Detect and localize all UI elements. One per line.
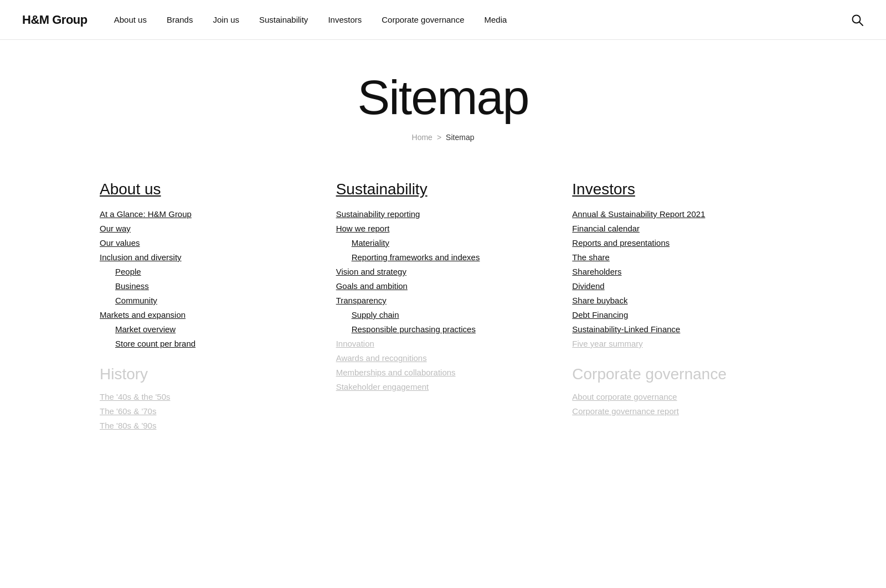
list-item: The '80s & '90s — [100, 421, 314, 431]
list-item: Transparency — [336, 296, 550, 306]
nav-about-us[interactable]: About us — [114, 15, 147, 24]
col-investors: Investors Annual & Sustainability Report… — [561, 180, 797, 435]
breadcrumb-home[interactable]: Home — [412, 133, 432, 142]
list-item: Five year summary — [572, 339, 786, 349]
link-sustainability-linked[interactable]: Sustainability-Linked Finance — [572, 324, 680, 334]
list-item: Annual & Sustainability Report 2021 — [572, 209, 786, 219]
link-reports-presentations[interactable]: Reports and presentations — [572, 238, 669, 247]
col-sustainability-title[interactable]: Sustainability — [336, 180, 550, 198]
link-how-we-report[interactable]: How we report — [336, 224, 390, 233]
list-item: Dividend — [572, 281, 786, 291]
link-share-buyback[interactable]: Share buyback — [572, 296, 627, 305]
link-five-year[interactable]: Five year summary — [572, 339, 643, 348]
list-item: Sustainability-Linked Finance — [572, 324, 786, 334]
link-community[interactable]: Community — [115, 296, 157, 305]
list-item: Share buyback — [572, 296, 786, 306]
nav-sustainability[interactable]: Sustainability — [259, 15, 308, 24]
link-store-count[interactable]: Store count per brand — [115, 339, 195, 348]
list-item: Responsible purchasing practices — [336, 324, 550, 334]
link-markets[interactable]: Markets and expansion — [100, 310, 186, 319]
link-our-values[interactable]: Our values — [100, 238, 140, 247]
link-people[interactable]: People — [115, 267, 141, 276]
list-item: Goals and ambition — [336, 281, 550, 291]
history-divider: History The '40s & the '50s The '60s & '… — [100, 365, 314, 431]
link-financial-calendar[interactable]: Financial calendar — [572, 224, 640, 233]
link-market-overview[interactable]: Market overview — [115, 324, 176, 334]
list-item: The '60s & '70s — [100, 406, 314, 416]
list-item: Community — [100, 296, 314, 306]
link-60s-70s[interactable]: The '60s & '70s — [100, 406, 156, 416]
list-item: Vision and strategy — [336, 267, 550, 277]
list-item: The share — [572, 252, 786, 262]
breadcrumb-separator: > — [437, 133, 441, 142]
list-item: Financial calendar — [572, 224, 786, 234]
link-materiality[interactable]: Materiality — [352, 238, 389, 247]
link-corp-gov-report[interactable]: Corporate governance report — [572, 406, 679, 416]
list-item: Reports and presentations — [572, 238, 786, 248]
list-item: Stakeholder engagement — [336, 382, 550, 392]
nav-investors[interactable]: Investors — [328, 15, 362, 24]
link-innovation[interactable]: Innovation — [336, 339, 374, 348]
list-item: People — [100, 267, 314, 277]
link-business[interactable]: Business — [115, 281, 149, 291]
corporate-gov-section: Corporate governance About corporate gov… — [572, 365, 786, 416]
link-goals-ambition[interactable]: Goals and ambition — [336, 281, 408, 291]
list-item: Shareholders — [572, 267, 786, 277]
list-item: Corporate governance report — [572, 406, 786, 416]
link-our-way[interactable]: Our way — [100, 224, 131, 233]
list-item: Debt Financing — [572, 310, 786, 320]
link-supply-chain[interactable]: Supply chain — [352, 310, 399, 319]
link-shareholders[interactable]: Shareholders — [572, 267, 621, 276]
link-memberships[interactable]: Memberships and collaborations — [336, 368, 456, 377]
link-80s-90s[interactable]: The '80s & '90s — [100, 421, 156, 430]
link-awards[interactable]: Awards and recognitions — [336, 353, 427, 363]
link-transparency[interactable]: Transparency — [336, 296, 387, 305]
list-item: Market overview — [100, 324, 314, 334]
nav-media[interactable]: Media — [485, 15, 507, 24]
col-about-us-title[interactable]: About us — [100, 180, 314, 198]
col-sustainability: Sustainability Sustainability reporting … — [325, 180, 562, 435]
sustainability-faded-list: Innovation Awards and recognitions Membe… — [336, 339, 550, 392]
list-item: Sustainability reporting — [336, 209, 550, 219]
list-item: At a Glance: H&M Group — [100, 209, 314, 219]
list-item: Our values — [100, 238, 314, 248]
list-item: The '40s & the '50s — [100, 392, 314, 402]
col-about-us: About us At a Glance: H&M Group Our way … — [89, 180, 325, 435]
nav-join-us[interactable]: Join us — [213, 15, 239, 24]
link-inclusion-diversity[interactable]: Inclusion and diversity — [100, 252, 182, 262]
link-vision-strategy[interactable]: Vision and strategy — [336, 267, 406, 276]
about-us-list: At a Glance: H&M Group Our way Our value… — [100, 209, 314, 349]
nav-brands[interactable]: Brands — [167, 15, 193, 24]
link-dividend[interactable]: Dividend — [572, 281, 604, 291]
list-item: Reporting frameworks and indexes — [336, 252, 550, 262]
link-sustainability-reporting[interactable]: Sustainability reporting — [336, 209, 420, 219]
link-the-share[interactable]: The share — [572, 252, 610, 262]
link-40s-50s[interactable]: The '40s & the '50s — [100, 392, 170, 401]
list-item: Innovation — [336, 339, 550, 349]
investors-list: Annual & Sustainability Report 2021 Fina… — [572, 209, 786, 334]
link-responsible-purchasing[interactable]: Responsible purchasing practices — [352, 324, 476, 334]
list-item: Materiality — [336, 238, 550, 248]
breadcrumb-current: Sitemap — [446, 133, 474, 142]
header: H&M Group About us Brands Join us Sustai… — [0, 0, 886, 40]
link-debt-financing[interactable]: Debt Financing — [572, 310, 628, 319]
list-item: Our way — [100, 224, 314, 234]
list-item: Store count per brand — [100, 339, 314, 349]
link-at-a-glance[interactable]: At a Glance: H&M Group — [100, 209, 192, 219]
search-icon — [851, 13, 864, 27]
link-stakeholder[interactable]: Stakeholder engagement — [336, 382, 429, 391]
history-title: History — [100, 365, 314, 383]
col-investors-title[interactable]: Investors — [572, 180, 786, 198]
list-item: Markets and expansion — [100, 310, 314, 320]
site-logo[interactable]: H&M Group — [22, 13, 87, 27]
list-item: Awards and recognitions — [336, 353, 550, 363]
list-item: How we report — [336, 224, 550, 234]
search-button[interactable] — [851, 13, 864, 27]
link-about-corp-gov[interactable]: About corporate governance — [572, 392, 677, 401]
list-item: Inclusion and diversity — [100, 252, 314, 262]
nav-corporate-governance[interactable]: Corporate governance — [382, 15, 464, 24]
sustainability-list: Sustainability reporting How we report M… — [336, 209, 550, 334]
link-reporting-frameworks[interactable]: Reporting frameworks and indexes — [352, 252, 480, 262]
link-annual-report[interactable]: Annual & Sustainability Report 2021 — [572, 209, 705, 219]
sitemap-content: About us At a Glance: H&M Group Our way … — [55, 153, 831, 479]
